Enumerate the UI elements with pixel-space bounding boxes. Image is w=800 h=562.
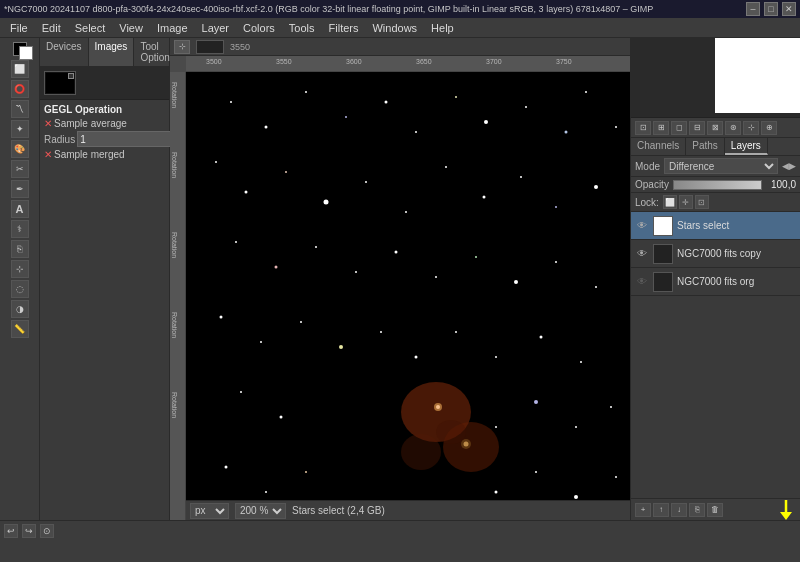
tab-channels[interactable]: Channels [631,138,686,155]
tool-lasso[interactable]: 〽 [11,100,29,118]
star [225,466,228,469]
tool-scissors[interactable]: ✂ [11,160,29,178]
star [415,131,417,133]
star [540,336,543,339]
undo-button[interactable]: ↪ [22,524,36,538]
radius-label: Radius [44,134,75,145]
layer-eye-stars-select[interactable]: 👁 [635,219,649,233]
canvas-wrapper[interactable]: 3500 3550 3600 3650 3700 3750 Rotation R… [170,56,630,520]
canvas-content[interactable] [186,72,630,500]
lock-label: Lock: [635,197,659,208]
canvas-nav-bar: ⊹ 3550 [170,38,630,56]
duplicate-layer-button[interactable]: ⎘ [689,503,705,517]
menu-tools[interactable]: Tools [283,20,321,36]
mode-label: Mode [635,161,660,172]
layer-eye-ngc7000-org[interactable]: 👁 [635,275,649,289]
title-text: *NGC7000 20241107 d800-pfa-300f4-24x240s… [4,4,653,14]
raise-layer-button[interactable]: ↑ [653,503,669,517]
tool-dodge[interactable]: ◑ [11,300,29,318]
lock-position[interactable]: ✛ [679,195,693,209]
mode-select[interactable]: Difference Normal Multiply [664,158,778,174]
tool-blur[interactable]: ◌ [11,280,29,298]
tool-heal[interactable]: ⚕ [11,220,29,238]
menu-select[interactable]: Select [69,20,112,36]
menu-file[interactable]: File [4,20,34,36]
maximize-button[interactable]: □ [764,2,778,16]
layer-item-ngc7000-copy[interactable]: 👁 NGC7000 fits copy [631,240,800,268]
ctrl-btn-7[interactable]: ⊹ [743,121,759,135]
menu-view[interactable]: View [113,20,149,36]
ctrl-btn-5[interactable]: ⊠ [707,121,723,135]
tool-perspective-clone[interactable]: ⊹ [11,260,29,278]
ctrl-btn-3[interactable]: ◻ [671,121,687,135]
ctrl-btn-8[interactable]: ⊕ [761,121,777,135]
layer-eye-ngc7000-copy[interactable]: 👁 [635,247,649,261]
close-button[interactable]: ✕ [782,2,796,16]
menu-windows[interactable]: Windows [366,20,423,36]
ctrl-btn-1[interactable]: ⊡ [635,121,651,135]
right-bottom-bar: + ↑ ↓ ⎘ 🗑 [631,498,800,520]
unit-select[interactable]: px mm cm [190,503,229,519]
ruler-tick-3750: 3750 [556,58,572,65]
tool-clone[interactable]: ⎘ [11,240,29,258]
star-bright [324,200,329,205]
delete-layer-button[interactable]: 🗑 [707,503,723,517]
toolbox: ⬜ ⭕ 〽 ✦ 🎨 ✂ ✒ A ⚕ ⎘ ⊹ ◌ ◑ 📏 [0,38,40,520]
history-button[interactable]: ⊙ [40,524,54,538]
star [495,356,497,358]
tool-measure[interactable]: 📏 [11,320,29,338]
menu-help[interactable]: Help [425,20,460,36]
tool-text[interactable]: A [11,200,29,218]
menu-filters[interactable]: Filters [323,20,365,36]
titlebar: *NGC7000 20241107 d800-pfa-300f4-24x240s… [0,0,800,18]
tab-devices[interactable]: Devices [40,38,89,66]
star [260,341,262,343]
menu-layer[interactable]: Layer [196,20,236,36]
star [615,126,617,128]
undo-history-button[interactable]: ↩ [4,524,18,538]
star [585,91,587,93]
star [575,426,577,428]
nebula-core-star-1b [436,405,440,409]
ctrl-btn-2[interactable]: ⊞ [653,121,669,135]
nav-mini-preview[interactable] [196,40,224,54]
star [345,116,347,118]
gegl-x2-icon: ✕ [44,149,52,160]
star [574,495,578,499]
nebula-blob-4 [436,420,466,444]
tab-images[interactable]: Images [89,38,135,66]
star [215,161,217,163]
star [380,331,382,333]
star [594,185,598,189]
layer-thumb-ngc7000-org [653,272,673,292]
ctrl-btn-4[interactable]: ⊟ [689,121,705,135]
tool-paths[interactable]: ✒ [11,180,29,198]
mini-preview-close[interactable] [68,73,74,79]
background-color[interactable] [19,46,33,60]
opacity-slider[interactable] [673,180,762,190]
layer-item-stars-select[interactable]: 👁 Stars select [631,212,800,240]
menu-colors[interactable]: Colors [237,20,281,36]
tool-rect-select[interactable]: ⬜ [11,60,29,78]
new-layer-button[interactable]: + [635,503,651,517]
tool-color-select[interactable]: 🎨 [11,140,29,158]
star [555,206,557,208]
menu-image[interactable]: Image [151,20,194,36]
ruler-tick-3650: 3650 [416,58,432,65]
tool-ellipse-select[interactable]: ⭕ [11,80,29,98]
lower-layer-button[interactable]: ↓ [671,503,687,517]
tool-fuzzy-select[interactable]: ✦ [11,120,29,138]
lock-pixels[interactable]: ⬜ [663,195,677,209]
menu-edit[interactable]: Edit [36,20,67,36]
zoom-select[interactable]: 200 % 100 % 50 % [235,503,286,519]
ctrl-btn-6[interactable]: ⊛ [725,121,741,135]
gegl-sample-merged: Sample merged [54,149,125,160]
tab-layers[interactable]: Layers [725,138,768,155]
preview-white-area [715,38,800,113]
layer-item-ngc7000-org[interactable]: 👁 NGC7000 fits org [631,268,800,296]
layer-name-ngc7000-copy: NGC7000 fits copy [677,248,796,259]
tab-paths[interactable]: Paths [686,138,725,155]
panel-tabs: Devices Images Tool Options [40,38,169,67]
lock-alpha[interactable]: ⊡ [695,195,709,209]
minimize-button[interactable]: – [746,2,760,16]
